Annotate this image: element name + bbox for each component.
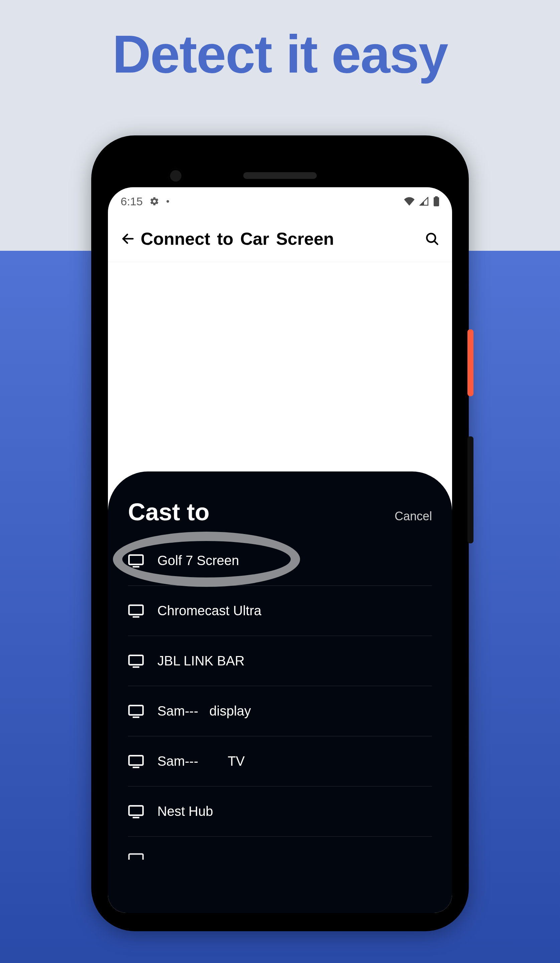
tv-icon [128,852,144,861]
device-item-golf7[interactable]: Golf 7 Screen [128,536,432,586]
device-item-chromecast-ultra[interactable]: Chromecast Ultra [128,586,432,636]
device-list: Golf 7 Screen Chromecast Ultra JBL LINK … [108,536,452,863]
svg-rect-13 [129,756,143,765]
wifi-icon [404,197,415,206]
back-button[interactable] [118,229,138,249]
sheet-title: Cast to [128,498,209,526]
power-button [468,329,473,396]
svg-rect-7 [129,605,143,614]
device-label: Golf 7 Screen [157,553,239,568]
tv-icon [128,604,144,618]
cellular-icon [419,197,429,206]
svg-rect-15 [129,806,143,815]
svg-rect-5 [129,555,143,564]
status-time: 6:15 [121,195,142,208]
tv-icon [128,654,144,668]
content-blank [108,262,452,469]
svg-line-4 [434,241,437,244]
cast-bottom-sheet: Cast to Cancel Golf 7 Screen Chro [108,472,452,913]
svg-rect-0 [434,197,439,206]
phone-screen: 6:15 • [108,187,452,913]
device-label: Nest Hub [157,804,213,819]
device-item-partial[interactable] [128,837,432,863]
device-item-jbl-link-bar[interactable]: JBL LINK BAR [128,636,432,686]
search-button[interactable] [422,229,442,249]
device-label: Chromecast Ultra [157,603,261,618]
app-bar: Connect to Car Screen [108,216,452,262]
device-item-sam-tv[interactable]: Sam--- TV [128,736,432,786]
page-title: Connect to Car Screen [138,229,422,249]
tv-icon [128,554,144,568]
status-bar: 6:15 • [108,187,452,216]
tv-icon [128,804,144,819]
device-label: Sam--- TV [157,754,245,769]
svg-rect-11 [129,705,143,715]
marketing-headline: Detect it easy [0,23,560,85]
status-dot-icon: • [166,196,169,207]
battery-icon [433,196,439,206]
device-item-sam-display[interactable]: Sam--- display [128,686,432,736]
device-label: JBL LINK BAR [157,653,244,668]
tv-icon [128,754,144,768]
device-label: Sam--- display [157,704,251,718]
svg-rect-9 [129,655,143,665]
phone-frame: 6:15 • [91,135,469,931]
svg-rect-1 [435,196,438,198]
front-camera [168,168,183,183]
gear-icon [149,196,159,206]
phone-speaker [243,172,317,179]
volume-button [468,436,473,543]
tv-icon [128,704,144,718]
cancel-button[interactable]: Cancel [395,509,432,523]
device-item-nest-hub[interactable]: Nest Hub [128,786,432,837]
